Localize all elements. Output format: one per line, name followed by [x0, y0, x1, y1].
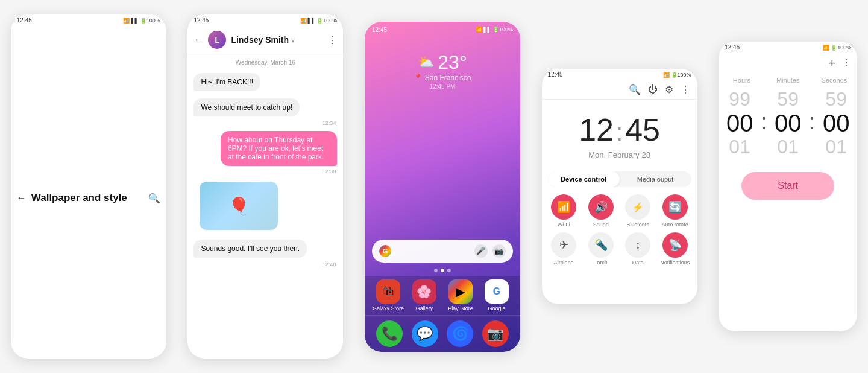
minutes-top: 59: [777, 89, 799, 110]
message-row-3: How about on Thursday at 6PM? If you are…: [187, 129, 343, 174]
top-bar-1: ← Wallpaper and style 🔍: [11, 26, 166, 359]
quick-settings-screen: 12:45 📶 🔋100% 🔍 ⏻ ⚙ ⋮ 12 : 45 Mon, Febru…: [542, 69, 697, 304]
tab-media-output[interactable]: Media ouput: [620, 171, 691, 187]
rotate-circle: 🔄: [662, 194, 688, 220]
lock-tabs: Device control Media ouput: [548, 171, 691, 187]
lock-hours: 12: [579, 112, 614, 148]
status-bar-1: 12:45 📶 ▌▌ 🔋100%: [11, 14, 166, 26]
weather-widget: ⛅ 23° 📍 San Francisco 12:45 PM: [365, 51, 520, 90]
message-row-5: Sounds good. I'll see you then. 12:40: [187, 237, 343, 267]
ctrl-bluetooth-label: Bluetooth: [626, 222, 649, 228]
page-dot: [434, 269, 438, 272]
home-temp: 23°: [438, 51, 467, 74]
ctrl-rotate[interactable]: 🔄 Auto rotate: [659, 194, 691, 228]
app-gallery[interactable]: 🌸 Gallery: [408, 279, 441, 311]
home-status-bar: 12:45 📶 ▌▌ 🔋100%: [365, 22, 520, 33]
ctrl-notifications[interactable]: 📡 Notifications: [659, 232, 691, 266]
msg-time: 12:40: [187, 261, 343, 267]
app-grid: 🛍 Galaxy Store 🌸 Gallery ▶ Play Store G …: [365, 276, 520, 315]
timer-top-bar: + ⋮: [719, 53, 857, 74]
colon-1: :: [761, 109, 767, 137]
ctrl-airplane-label: Airplane: [554, 260, 574, 266]
message-row-1: Hi~! I'm BACK!!!: [187, 71, 343, 94]
more-icon[interactable]: ⋮: [681, 84, 690, 95]
ctrl-rotate-label: Auto rotate: [662, 222, 688, 228]
tab-device-control[interactable]: Device control: [548, 171, 620, 187]
torch-circle: 🔦: [588, 232, 614, 258]
home-search-bar[interactable]: G 🎤 📷: [372, 240, 513, 263]
msg-time: 12:34: [187, 120, 343, 126]
more-timer-icon[interactable]: ⋮: [841, 57, 851, 71]
dock-messages[interactable]: 💬: [412, 320, 438, 347]
battery-icon-2: 🔋100%: [316, 18, 337, 24]
status-time-5: 12:45: [725, 44, 740, 51]
app-label: Gallery: [416, 305, 433, 311]
page-title: Wallpaper and style: [31, 192, 143, 204]
hours-col: 99 00 01: [719, 89, 761, 158]
page-dots: [365, 269, 520, 272]
lock-top-icons: 🔍 ⏻ ⚙ ⋮: [542, 80, 697, 100]
wifi-icon-2: 📶: [300, 18, 307, 24]
ctrl-airplane[interactable]: ✈ Airplane: [548, 232, 580, 266]
status-bar-5: 12:45 📶 🔋100%: [719, 42, 857, 53]
battery-icon: 🔋100%: [140, 18, 160, 24]
battery-icon-4: 🔋100%: [671, 72, 691, 78]
weather-row: ⛅ 23°: [418, 51, 467, 74]
app-play-store[interactable]: ▶ Play Store: [444, 279, 477, 311]
wifi-icon-4: 📶: [663, 72, 670, 78]
minutes-col: 59 00 01: [767, 89, 809, 158]
home-time: 12:45: [372, 27, 387, 33]
sound-circle: 🔊: [588, 194, 614, 220]
ctrl-wifi[interactable]: 📶 Wi-Fi: [548, 194, 580, 228]
timer-col-headers: Hours Minutes Seconds: [719, 74, 857, 86]
home-status-icons: 📶 ▌▌ 🔋100%: [476, 27, 513, 33]
wallpaper-screen: 12:45 📶 ▌▌ 🔋100% ← Wallpaper and style 🔍…: [11, 14, 166, 359]
search-icon[interactable]: 🔍: [148, 193, 160, 204]
lock-date: Mon, February 28: [542, 150, 697, 159]
seconds-header: Seconds: [817, 77, 852, 84]
wifi-icon: 📶: [123, 18, 130, 24]
status-time-2: 12:45: [193, 17, 209, 24]
app-google[interactable]: G Google: [480, 279, 513, 311]
home-spacer: [365, 90, 520, 240]
settings-icon[interactable]: ⚙: [665, 84, 673, 95]
dock-camera[interactable]: 📷: [482, 320, 509, 347]
msg-date: Wednesday, March 16: [187, 54, 343, 71]
start-button[interactable]: Start: [741, 172, 834, 200]
seconds-bot: 01: [825, 136, 847, 158]
add-timer-icon[interactable]: +: [828, 57, 835, 71]
app-label: Google: [488, 305, 505, 311]
mic-icon[interactable]: 🎤: [474, 244, 488, 258]
ctrl-sound[interactable]: 🔊 Sound: [585, 194, 617, 228]
seconds-mid: 00: [823, 110, 850, 136]
seconds-top: 59: [825, 89, 847, 110]
signal-icon-2: ▌▌: [308, 18, 316, 24]
camera-search-icon[interactable]: 📷: [492, 244, 506, 258]
msg-bubble-left: We should meet to catch up!: [193, 98, 300, 116]
chevron-down-icon[interactable]: ∨: [291, 36, 295, 44]
airplane-circle: ✈: [551, 232, 576, 258]
timer-screen: 12:45 📶 🔋100% + ⋮ Hours Minutes Seconds …: [719, 42, 857, 331]
ctrl-torch[interactable]: 🔦 Torch: [585, 232, 617, 266]
back-button-msg[interactable]: ←: [193, 34, 203, 45]
app-galaxy-store[interactable]: 🛍 Galaxy Store: [372, 279, 404, 311]
contact-name-row: Lindsey Smith ∨: [231, 35, 322, 45]
app-icon-img: 🛍: [376, 279, 400, 304]
timer-picker: 99 00 01 : 59 00 01 : 59 00 01: [719, 86, 857, 160]
quick-controls: 📶 Wi-Fi 🔊 Sound ⚡ Bluetooth 🔄 Auto rotat…: [542, 191, 697, 269]
power-icon[interactable]: ⏻: [648, 84, 658, 95]
bluetooth-circle: ⚡: [625, 194, 650, 220]
msg-bubble-left: Sounds good. I'll see you then.: [193, 240, 307, 258]
ctrl-bluetooth[interactable]: ⚡ Bluetooth: [622, 194, 655, 228]
city-name: San Francisco: [425, 74, 471, 82]
back-button[interactable]: ←: [17, 193, 27, 203]
dock-phone[interactable]: 📞: [376, 320, 403, 347]
msg-top-bar: ← L Lindsey Smith ∨ ⋮: [187, 26, 343, 54]
ctrl-data[interactable]: ↕ Data: [622, 232, 655, 266]
col-spacer: [805, 77, 817, 84]
more-options-icon[interactable]: ⋮: [327, 34, 337, 46]
dock-galaxy[interactable]: 🌀: [447, 320, 473, 347]
search-icon-lock[interactable]: 🔍: [629, 84, 641, 95]
wifi-circle: 📶: [551, 194, 576, 220]
hours-mid: 00: [726, 110, 753, 136]
